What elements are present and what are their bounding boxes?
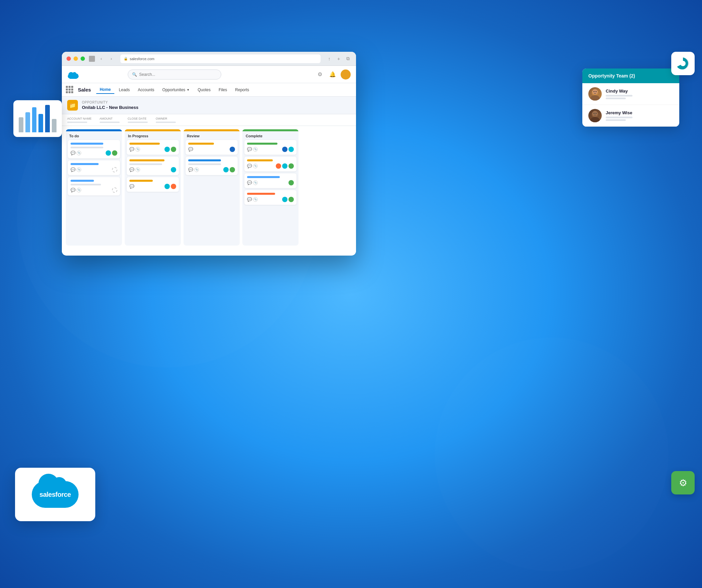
attachment-icon: 📎 xyxy=(194,167,199,172)
kanban-card[interactable]: 💬 📎 xyxy=(244,157,297,171)
sf-app-content: 🔍 ⚙ 🔔 Sales Home Leads Accounts Opportun… xyxy=(62,66,356,256)
kanban-card[interactable]: 💬 xyxy=(186,140,238,155)
kanban-col-complete: Complete 💬 📎 xyxy=(242,129,299,246)
attachment-icon: 📎 xyxy=(135,167,140,172)
sf-logo-cloud: salesforce xyxy=(32,481,79,508)
bar-5 xyxy=(45,105,50,132)
dot-teal xyxy=(164,147,170,152)
maximize-dot[interactable] xyxy=(81,56,85,61)
share-button[interactable]: ↑ xyxy=(326,55,333,62)
comment-icon: 💬 xyxy=(247,197,252,202)
svg-point-10 xyxy=(590,117,600,122)
bell-icon[interactable]: 🔔 xyxy=(328,70,337,79)
address-bar[interactable]: 🔒 salesforce.com xyxy=(120,54,321,63)
browser-window: ‹ › 🔒 salesforce.com ↑ + ⧉ 🔍 xyxy=(62,52,356,256)
nav-item-reports[interactable]: Reports xyxy=(232,86,252,94)
attachment-icon: 📎 xyxy=(253,180,258,185)
comment-icon: 💬 xyxy=(247,180,252,185)
kanban-card[interactable]: 💬 📎 xyxy=(68,140,120,158)
kanban-card[interactable]: 💬 📎 xyxy=(68,160,120,175)
field-amount: Amount xyxy=(100,117,120,123)
nav-item-leads[interactable]: Leads xyxy=(116,86,133,94)
card-title-bar xyxy=(129,159,164,161)
comment-icon: 💬 xyxy=(247,164,252,168)
field-account-label: Account name xyxy=(67,117,92,120)
user-avatar[interactable] xyxy=(341,69,351,80)
col-cards-inprogress: 💬 📎 xyxy=(125,140,181,194)
card-dots xyxy=(230,147,235,152)
dot-navy xyxy=(282,147,287,152)
attachment-icon: 📎 xyxy=(253,147,258,152)
kanban-card[interactable]: 💬 📎 xyxy=(244,190,297,205)
svg-point-15 xyxy=(680,61,686,66)
kanban-card[interactable]: 💬 📎 xyxy=(244,140,297,155)
card-icons: 💬 📎 xyxy=(71,167,81,172)
attachment-icon: 📎 xyxy=(77,151,81,155)
gear-widget[interactable]: ⚙ xyxy=(671,471,695,494)
member-role-bar2-cindy xyxy=(606,98,626,99)
nav-item-opportunities[interactable]: Opportunites ▼ xyxy=(159,86,193,94)
comment-icon: 💬 xyxy=(188,147,193,152)
dot-teal xyxy=(171,167,176,172)
dot-teal xyxy=(106,150,111,156)
nav-item-files[interactable]: Files xyxy=(215,86,230,94)
pie-chart-svg xyxy=(676,56,690,71)
card-footer: 💬 xyxy=(188,147,235,152)
sf-cloud-logo xyxy=(67,70,79,79)
avatar-jeremy xyxy=(588,109,602,122)
card-dots xyxy=(282,147,294,152)
lock-icon: 🔒 xyxy=(124,57,128,60)
col-title-inprogress: In Progress xyxy=(125,131,181,140)
field-amount-label: Amount xyxy=(100,117,120,120)
card-footer: 💬 xyxy=(129,184,176,189)
kanban-card[interactable]: 💬 📎 xyxy=(244,173,297,188)
card-title-bar xyxy=(247,143,277,145)
search-bar[interactable]: 🔍 xyxy=(128,69,221,80)
card-title-bar xyxy=(71,143,103,145)
kanban-card[interactable]: 💬 📎 xyxy=(68,177,120,195)
card-icons: 💬 📎 xyxy=(247,197,258,202)
kanban-card[interactable]: 💬 📎 xyxy=(127,157,179,175)
pie-chart-widget[interactable] xyxy=(671,52,695,75)
card-title-bar xyxy=(129,180,153,182)
opp-name: Onilab LLC - New Business xyxy=(82,105,138,110)
kanban-card[interactable]: 💬 xyxy=(127,177,179,192)
dot-orange xyxy=(276,163,281,169)
opp-team-popup: Opportynity Team (2) Cindy Way xyxy=(582,68,679,127)
new-tab-button[interactable]: + xyxy=(335,55,342,62)
avatar-cindy xyxy=(588,87,602,101)
field-owner: Owner xyxy=(156,117,176,123)
nav-item-quotes[interactable]: Quotes xyxy=(194,86,214,94)
card-icons: 💬 📎 xyxy=(71,151,81,155)
kanban-card[interactable]: 💬 📎 xyxy=(186,157,238,175)
dot-teal xyxy=(164,184,170,189)
close-dot[interactable] xyxy=(67,56,71,61)
bar-chart-card xyxy=(13,100,62,137)
member-role-bar2-jeremy xyxy=(606,119,626,121)
forward-button[interactable]: › xyxy=(108,55,115,62)
card-dots xyxy=(171,167,176,172)
nav-item-accounts[interactable]: Accounts xyxy=(134,86,157,94)
dot-teal xyxy=(282,163,287,169)
back-button[interactable]: ‹ xyxy=(98,55,105,62)
card-title-bar xyxy=(71,163,99,165)
col-cards-complete: 💬 📎 💬 xyxy=(242,140,299,207)
apps-grid[interactable] xyxy=(66,86,74,94)
search-input[interactable] xyxy=(139,72,217,77)
opp-label: Opportunity xyxy=(82,101,138,104)
team-member-jeremy[interactable]: Jeremy Wise xyxy=(582,105,679,127)
nav-item-home[interactable]: Home xyxy=(96,86,114,94)
team-member-cindy[interactable]: Cindy Way xyxy=(582,83,679,105)
dot-green xyxy=(288,163,294,169)
settings-icon[interactable]: ⚙ xyxy=(315,70,325,79)
attachment-icon: 📎 xyxy=(253,164,258,168)
minimize-dot[interactable] xyxy=(74,56,78,61)
card-footer: 💬 📎 xyxy=(129,167,176,172)
tabs-button[interactable]: ⧉ xyxy=(345,55,351,62)
url-text: salesforce.com xyxy=(130,57,154,61)
kanban-card[interactable]: 💬 📎 xyxy=(127,140,179,155)
comment-icon: 💬 xyxy=(71,151,75,155)
field-amount-bar xyxy=(100,122,120,123)
card-title-bar xyxy=(247,176,280,178)
card-title-bar xyxy=(129,143,160,145)
